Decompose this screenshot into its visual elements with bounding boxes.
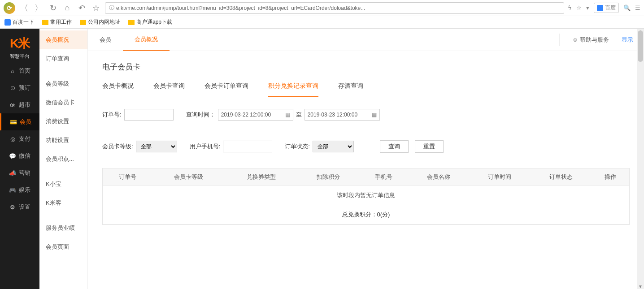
browser-toolbar: ⟳ 〈 〉 ↻ ⌂ ↶ ☆ ⓘ e.ktvme.com/admin/jump/t… <box>0 0 644 16</box>
nav-icon: 🛍 <box>9 102 16 108</box>
primary-nav-item[interactable]: 🎮娱乐 <box>0 181 39 198</box>
logo: K米 智慧平台 <box>10 29 30 62</box>
menu-icon[interactable]: ☰ <box>635 4 640 11</box>
secondary-nav-item[interactable]: 微信会员卡 <box>39 93 87 112</box>
site-info-icon: ⓘ <box>109 4 114 12</box>
sub-tab[interactable]: 会员卡订单查询 <box>205 82 248 97</box>
primary-nav-item[interactable]: ⌂首页 <box>0 62 39 79</box>
secondary-nav-item[interactable]: 功能设置 <box>39 131 87 150</box>
secondary-nav-item[interactable]: 会员概况 <box>39 30 87 49</box>
secondary-nav-item[interactable]: K米客 <box>39 194 87 212</box>
date-to-input[interactable]: 2019-03-23 12:00:00 ▦ <box>305 109 380 121</box>
nav-label: 娱乐 <box>19 186 30 194</box>
nav-label: 预订 <box>19 84 30 92</box>
top-tab[interactable]: 会员 <box>88 29 123 51</box>
table-summary-row: 总兑换积分：0(分) <box>103 205 629 224</box>
forward-button[interactable]: 〉 <box>33 3 44 13</box>
order-no-label: 订单号: <box>102 111 122 119</box>
undo-button[interactable]: ↶ <box>76 3 87 13</box>
dropdown-icon[interactable]: ▾ <box>586 4 589 11</box>
column-header: 会员卡等级 <box>152 168 225 186</box>
date-to-value: 2019-03-23 12:00:00 <box>308 112 357 118</box>
baidu-icon <box>4 19 11 26</box>
top-tab[interactable]: 会员概况 <box>123 29 170 51</box>
address-bar[interactable]: ⓘ e.ktvme.com/admin/jump/tourl.html?menu… <box>105 2 564 14</box>
secondary-nav-item[interactable]: 消费设置 <box>39 112 87 131</box>
home-button[interactable]: ⌂ <box>62 3 73 13</box>
sub-tab[interactable]: 积分兑换记录查询 <box>268 82 318 97</box>
nav-icon: 💬 <box>9 153 16 160</box>
primary-nav-item[interactable]: 🛍超市 <box>0 96 39 113</box>
primary-nav-item[interactable]: 💬微信 <box>0 147 39 164</box>
column-header: 订单时间 <box>469 168 530 186</box>
results-table: 订单号会员卡等级兑换券类型扣除积分手机号会员名称订单时间订单状态操作 该时段内暂… <box>102 168 630 225</box>
sub-tab[interactable]: 会员卡概况 <box>102 82 134 97</box>
main-area: 会员会员概况 ☺ 帮助与服务 显示 电子会员卡 会员卡概况会员卡查询会员卡订单查… <box>88 29 644 289</box>
bookmark-label: 公司内网地址 <box>88 18 120 26</box>
column-header: 订单号 <box>103 168 152 186</box>
favorite-button[interactable]: ☆ <box>91 3 101 13</box>
bookmark-item[interactable]: 百度一下 <box>4 18 34 26</box>
back-button[interactable]: 〈 <box>19 3 30 13</box>
date-from-input[interactable]: 2019-03-22 12:00:00 ▦ <box>218 109 293 121</box>
secondary-nav-item[interactable]: 会员积点... <box>39 150 87 168</box>
bookmark-bar: 百度一下常用工作公司内网地址商户通app下载 <box>0 16 644 29</box>
secondary-nav-item[interactable]: K小宝 <box>39 175 87 194</box>
star-icon[interactable]: ☆ <box>576 4 582 11</box>
nav-label: 首页 <box>19 67 30 75</box>
bookmark-item[interactable]: 公司内网地址 <box>80 18 120 26</box>
bookmark-item[interactable]: 商户通app下载 <box>128 18 172 26</box>
status-select[interactable]: 全部 <box>313 141 354 152</box>
nav-label: 会员 <box>20 118 31 126</box>
nav-label: 微信 <box>19 152 30 160</box>
order-no-input[interactable] <box>124 109 174 121</box>
bookmark-item[interactable]: 常用工作 <box>42 18 72 26</box>
help-link[interactable]: ☺ 帮助与服务 <box>572 36 609 44</box>
sub-tabs: 会员卡概况会员卡查询会员卡订单查询积分兑换记录查询存酒查询 <box>102 82 630 97</box>
search-engine-box[interactable]: 百度 <box>594 3 619 13</box>
primary-nav-item[interactable]: ⚙设置 <box>0 198 39 216</box>
primary-nav-item[interactable]: 📣营销 <box>0 164 39 181</box>
secondary-nav-item[interactable]: 订单查询 <box>39 49 87 68</box>
search-button[interactable]: 查询 <box>380 140 409 153</box>
empty-message: 该时段内暂无订单信息 <box>103 186 629 205</box>
scrollbar-thumb[interactable] <box>638 30 643 62</box>
smile-icon: ☺ <box>572 36 578 43</box>
nav-label: 营销 <box>19 169 30 177</box>
help-label: 帮助与服务 <box>580 36 609 44</box>
scroll-down-icon[interactable]: ▼ <box>637 284 644 289</box>
logo-subtitle: 智慧平台 <box>10 53 30 60</box>
primary-nav-item[interactable]: 💳会员 <box>0 113 39 130</box>
secondary-nav-item[interactable]: 会员等级 <box>39 74 87 93</box>
reset-button[interactable]: 重置 <box>415 140 444 153</box>
filter-bar: 订单号: 查询时间： 2019-03-22 12:00:00 ▦ 至 2019-… <box>102 109 630 153</box>
url-text: e.ktvme.com/admin/jump/tourl.html?menu_i… <box>116 5 365 11</box>
nav-icon: 📣 <box>9 170 16 177</box>
sub-tab[interactable]: 存酒查询 <box>338 82 363 97</box>
flash-icon[interactable]: ϟ <box>568 4 572 11</box>
secondary-nav-item[interactable]: 服务员业绩 <box>39 219 87 237</box>
calendar-icon: ▦ <box>372 112 377 118</box>
display-link[interactable]: 显示 <box>622 36 633 44</box>
phone-input[interactable] <box>223 141 272 152</box>
sub-tab[interactable]: 会员卡查询 <box>153 82 185 97</box>
page-title: 电子会员卡 <box>102 62 630 72</box>
search-icon[interactable]: 🔍 <box>623 4 631 11</box>
secondary-nav-item[interactable]: 会员页面 <box>39 237 87 256</box>
primary-nav-item[interactable]: ◎支付 <box>0 130 39 147</box>
vertical-scrollbar[interactable]: ▲ ▼ <box>637 29 644 289</box>
search-engine-label: 百度 <box>605 4 616 12</box>
primary-nav-item[interactable]: ⏲预订 <box>0 79 39 96</box>
column-header: 手机号 <box>359 168 408 186</box>
level-select[interactable]: 全部 <box>136 141 177 152</box>
divider <box>559 34 560 46</box>
nav-icon: ⚙ <box>9 204 16 211</box>
calendar-icon: ▦ <box>285 112 290 118</box>
bookmark-label: 常用工作 <box>50 18 72 26</box>
nav-icon: ⌂ <box>9 68 16 74</box>
column-header: 订单状态 <box>531 168 592 186</box>
nav-icon: 🎮 <box>9 187 16 194</box>
reload-button[interactable]: ↻ <box>48 3 58 13</box>
sidebar-secondary: 会员概况订单查询会员等级微信会员卡消费设置功能设置会员积点...K小宝K米客服务… <box>39 29 88 289</box>
logo-text: K米 <box>10 35 30 52</box>
